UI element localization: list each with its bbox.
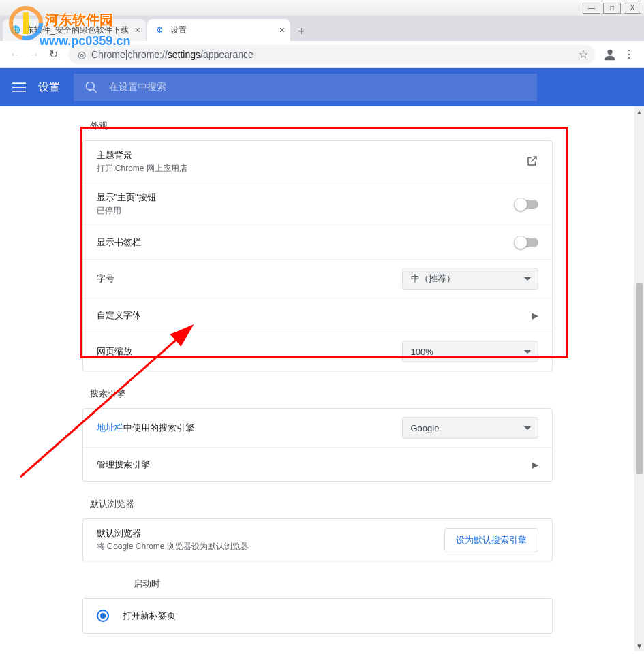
svg-point-0: [607, 49, 612, 54]
user-avatar-icon[interactable]: [600, 45, 619, 64]
appearance-card: 主题背景 打开 Chrome 网上应用店 显示"主页"按钮 已停用 显示书签栏: [82, 140, 553, 371]
tab-strip: 🌐 东软件_安全的绿色软件下载 × ⚙ 设置 × +: [0, 16, 644, 41]
svg-rect-2: [12, 87, 26, 88]
zoom-dropdown[interactable]: 100%: [402, 341, 538, 362]
startup-newtab-row[interactable]: 打开新标签页: [83, 599, 552, 633]
bookmarks-toggle[interactable]: [515, 238, 538, 247]
minimize-button[interactable]: —: [583, 3, 600, 14]
home-sub: 已停用: [97, 205, 515, 217]
home-label: 显示"主页"按钮: [97, 191, 515, 204]
custom-fonts-row[interactable]: 自定义字体 ▸: [83, 298, 552, 332]
fontsize-dropdown[interactable]: 中（推荐）: [402, 268, 538, 290]
home-button-row[interactable]: 显示"主页"按钮 已停用: [83, 183, 552, 225]
settings-page-title: 设置: [38, 80, 60, 95]
omnibox[interactable]: ◎ Chrome | chrome:// settings /appearanc…: [68, 45, 595, 64]
section-title-search: 搜索引擎: [90, 388, 634, 400]
addressbar-link[interactable]: 地址栏: [97, 422, 123, 433]
close-window-button[interactable]: X: [624, 3, 641, 14]
section-title-appearance: 外观: [90, 120, 634, 132]
settings-search-input[interactable]: 在设置中搜索: [74, 74, 537, 101]
close-tab-icon[interactable]: ×: [135, 25, 140, 35]
customfont-label: 自定义字体: [97, 309, 532, 322]
manage-search-label: 管理搜索引擎: [97, 458, 532, 471]
scroll-up-icon[interactable]: ▲: [634, 106, 644, 117]
search-engine-row: 地址栏中使用的搜索引擎 Google: [83, 409, 552, 447]
section-title-startup: 启动时: [134, 578, 634, 590]
manage-search-engines-row[interactable]: 管理搜索引擎 ▸: [83, 447, 552, 481]
chevron-right-icon: ▸: [532, 457, 538, 472]
default-browser-card: 默认浏览器 将 Google Chrome 浏览器设为默认浏览器 设为默认搜索引…: [82, 518, 553, 561]
vertical-scrollbar[interactable]: ▲ ▼: [634, 106, 644, 651]
tab-2-title: 设置: [170, 25, 187, 36]
bookmarks-bar-row[interactable]: 显示书签栏: [83, 225, 552, 259]
scroll-down-icon[interactable]: ▼: [634, 640, 644, 651]
bookmarks-label: 显示书签栏: [97, 236, 515, 249]
font-size-row: 字号 中（推荐）: [83, 259, 552, 298]
theme-row[interactable]: 主题背景 打开 Chrome 网上应用店: [83, 141, 552, 183]
search-engine-dropdown[interactable]: Google: [402, 417, 538, 439]
tab-2-active[interactable]: ⚙ 设置 ×: [147, 19, 290, 41]
fontsize-label: 字号: [97, 272, 402, 285]
new-tab-button[interactable]: +: [292, 22, 311, 41]
maximize-button[interactable]: □: [603, 3, 621, 14]
default-browser-label: 默认浏览器: [97, 527, 444, 540]
section-title-default-browser: 默认浏览器: [90, 498, 634, 510]
hamburger-icon[interactable]: [11, 79, 27, 95]
chrome-icon: ◎: [78, 49, 86, 60]
kebab-menu-icon[interactable]: ⋮: [619, 45, 639, 64]
reload-button[interactable]: ↻: [44, 45, 63, 64]
tab-1[interactable]: 🌐 东软件_安全的绿色软件下载 ×: [3, 19, 146, 41]
url-path-bold: settings: [168, 49, 200, 60]
svg-line-5: [93, 89, 97, 93]
search-engine-suffix: 中使用的搜索引擎: [123, 422, 194, 433]
scrollbar-thumb[interactable]: [636, 283, 643, 474]
favicon-icon: 🌐: [10, 25, 20, 35]
chevron-right-icon: ▸: [532, 308, 538, 323]
home-toggle[interactable]: [515, 200, 538, 209]
forward-button[interactable]: →: [25, 45, 44, 64]
address-bar: ← → ↻ ◎ Chrome | chrome:// settings /app…: [0, 41, 644, 68]
url-path-rest: /appearance: [200, 49, 254, 60]
back-button[interactable]: ←: [5, 45, 25, 64]
url-scheme: Chrome: [91, 49, 125, 60]
tab-1-title: 东软件_安全的绿色软件下载: [26, 25, 129, 36]
window-titlebar: — □ X: [0, 0, 644, 16]
default-browser-row: 默认浏览器 将 Google Chrome 浏览器设为默认浏览器 设为默认搜索引…: [83, 519, 552, 561]
search-placeholder: 在设置中搜索: [109, 81, 166, 93]
page-zoom-row: 网页缩放 100%: [83, 332, 552, 371]
url-prefix: chrome://: [127, 49, 167, 60]
set-default-button[interactable]: 设为默认搜索引擎: [444, 528, 538, 552]
radio-selected-icon[interactable]: [97, 610, 109, 622]
search-icon: [85, 80, 98, 94]
startup-card: 打开新标签页: [82, 598, 553, 634]
default-browser-sub: 将 Google Chrome 浏览器设为默认浏览器: [97, 541, 444, 552]
svg-rect-3: [12, 91, 26, 92]
gear-icon: ⚙: [154, 25, 165, 35]
theme-sub: 打开 Chrome 网上应用店: [97, 163, 526, 174]
settings-header: 设置 在设置中搜索: [0, 68, 644, 106]
theme-label: 主题背景: [97, 149, 526, 161]
svg-rect-1: [12, 82, 26, 84]
bookmark-star-icon[interactable]: ☆: [579, 48, 588, 61]
content-area: 外观 主题背景 打开 Chrome 网上应用店 显示"主页"按钮 已停用 显: [0, 106, 634, 651]
close-tab-icon[interactable]: ×: [279, 25, 285, 35]
external-link-icon: [526, 155, 538, 169]
search-engine-card: 地址栏中使用的搜索引擎 Google 管理搜索引擎 ▸: [82, 408, 553, 482]
zoom-label: 网页缩放: [97, 345, 402, 358]
svg-point-4: [87, 82, 95, 91]
startup-opt1-label: 打开新标签页: [123, 610, 176, 622]
